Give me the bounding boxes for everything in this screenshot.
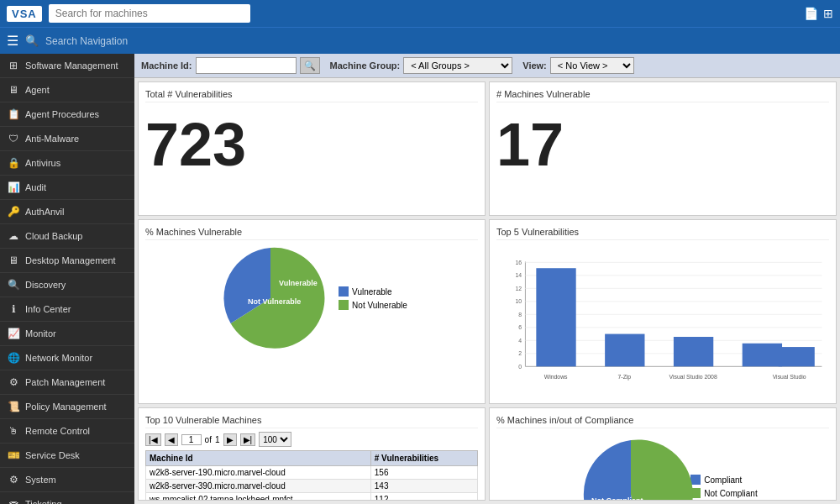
sidebar-label-5: Audit (25, 182, 46, 192)
vuln-count-cell: 112 (370, 493, 477, 501)
sidebar-item-network-monitor[interactable]: 🌐Network Monitor (0, 346, 134, 370)
sidebar-label-12: Network Monitor (25, 353, 92, 363)
machine-id-label: Machine Id: (141, 60, 192, 71)
top-bar: VSA 📄 ⊞ (0, 0, 840, 27)
sidebar-label-2: Agent Procedures (25, 109, 99, 119)
sidebar-icon-6: 🔑 (7, 205, 20, 218)
sidebar-item-service-desk[interactable]: 🎫Service Desk (0, 444, 134, 468)
page-input[interactable] (181, 434, 202, 445)
svg-text:2: 2 (518, 350, 522, 356)
compliance-pie-container: Not Compliant Compliant (568, 432, 677, 501)
total-vulns-panel: Total # Vulnerabilities 723 (138, 81, 486, 216)
top-bar-actions: 📄 ⊞ (804, 7, 833, 20)
top5-vulns-panel: Top 5 Vulnerabilities 0 2 4 6 8 (489, 219, 837, 404)
nav-bar: ☰ 🔍 (0, 27, 840, 54)
machine-id-group: Machine Id: 🔍 (141, 57, 320, 74)
legend-vulnerable-label: Vulnerable (352, 287, 391, 297)
machine-group-label: Machine Group: (330, 60, 401, 71)
sidebar-item-audit[interactable]: 📊Audit (0, 176, 134, 200)
main-layout: ⊞Software Management🖥Agent📋Agent Procedu… (0, 54, 840, 504)
sidebar-item-remote-control[interactable]: 🖱Remote Control (0, 419, 134, 444)
sidebar-item-anti-malware[interactable]: 🛡Anti-Malware (0, 127, 134, 151)
sidebar-label-11: Monitor (25, 328, 56, 339)
svg-text:0: 0 (518, 364, 522, 370)
view-select[interactable]: < No View > (550, 57, 634, 74)
sidebar-item-ticketing[interactable]: 🎟Ticketing (0, 492, 134, 504)
sidebar-item-discovery[interactable]: 🔍Discovery (0, 273, 134, 297)
file-icon[interactable]: 📄 (804, 7, 818, 20)
sidebar-label-13: Patch Management (25, 377, 105, 387)
page-of: of (205, 435, 212, 444)
machine-id-search-btn[interactable]: 🔍 (300, 57, 320, 74)
sidebar-item-desktop-management[interactable]: 🖥Desktop Management (0, 249, 134, 273)
hamburger-icon[interactable]: ☰ (7, 33, 18, 49)
grid-icon[interactable]: ⊞ (823, 7, 833, 20)
sidebar-icon-9: 🔍 (7, 278, 20, 291)
sidebar-label-10: Info Center (25, 304, 71, 314)
sidebar-item-agent-procedures[interactable]: 📋Agent Procedures (0, 102, 134, 127)
sidebar-item-monitor[interactable]: 📈Monitor (0, 322, 134, 346)
sidebar-icon-11: 📈 (7, 327, 20, 340)
sidebar-label-9: Discovery (25, 280, 66, 290)
sidebar-icon-0: ⊞ (7, 59, 20, 72)
vulnerable-pie-container: Not Vulnerable Vulnerable (216, 244, 325, 353)
machine-id-input[interactable] (196, 57, 297, 74)
table-row: w2k8-server-190.micro.marvel-cloud156 (146, 466, 478, 480)
sidebar-item-software-management[interactable]: ⊞Software Management (0, 54, 134, 78)
sidebar-item-authanvil[interactable]: 🔑AuthAnvil (0, 200, 134, 224)
sidebar-item-info-center[interactable]: ℹInfo Center (0, 297, 134, 322)
legend-not-vulnerable-box (339, 300, 349, 310)
sidebar-item-patch-management[interactable]: ⚙Patch Management (0, 370, 134, 395)
sidebar-label-8: Desktop Management (25, 255, 116, 265)
svg-text:14: 14 (515, 272, 522, 278)
top10-machines-panel: Top 10 Vulnerable Machines |◀ ◀ of 1 ▶ ▶… (138, 407, 486, 501)
pct-machines-vulnerable-panel: % Machines Vulnerable Not Vulnerable Vul… (138, 219, 486, 404)
total-vulns-title: Total # Vulnerabilities (145, 89, 478, 102)
svg-text:6: 6 (518, 324, 522, 330)
sidebar-label-4: Antivirus (25, 158, 60, 168)
sidebar-icon-15: 🖱 (7, 424, 20, 438)
machines-vulnerable-value: 17 (496, 106, 829, 175)
sidebar-item-cloud-backup[interactable]: ☁Cloud Backup (0, 224, 134, 249)
legend-vulnerable: Vulnerable (339, 286, 407, 297)
sidebar-item-antivirus[interactable]: 🔒Antivirus (0, 151, 134, 176)
top-search-input[interactable] (49, 4, 250, 23)
next-page-btn[interactable]: ▶ (223, 433, 237, 446)
sidebar-icon-2: 📋 (7, 108, 20, 121)
last-page-btn[interactable]: ▶| (240, 433, 256, 446)
svg-rect-21 (536, 268, 575, 366)
sidebar-label-14: Policy Management (25, 402, 107, 412)
vuln-count-cell: 156 (370, 466, 477, 480)
sidebar-icon-12: 🌐 (7, 351, 20, 365)
rows-per-page-select[interactable]: 100 (259, 432, 291, 447)
svg-rect-28 (779, 347, 815, 366)
svg-text:Visual Studio 2008: Visual Studio 2008 (669, 374, 717, 380)
sidebar-icon-8: 🖥 (7, 254, 20, 267)
sidebar-item-system[interactable]: ⚙System (0, 468, 134, 492)
svg-rect-23 (605, 334, 644, 367)
sidebar-icon-3: 🛡 (7, 132, 20, 145)
vulnerable-pie-legend: Vulnerable Not Vulnerable (339, 286, 407, 310)
nav-search-input[interactable] (45, 35, 146, 47)
sidebar-icon-7: ☁ (7, 229, 20, 243)
sidebar-label-16: Service Desk (25, 450, 80, 460)
first-page-btn[interactable]: |◀ (145, 433, 161, 446)
compliance-legend: Compliant Not Compliant (690, 475, 757, 498)
legend-not-compliant: Not Compliant (690, 488, 757, 498)
vuln-count-cell: 143 (370, 480, 477, 493)
col-machine-id: Machine Id (146, 451, 371, 466)
sidebar-item-policy-management[interactable]: 📜Policy Management (0, 395, 134, 419)
compliance-pie-svg: Not Compliant Compliant (568, 432, 694, 501)
sidebar-label-6: AuthAnvil (25, 207, 64, 217)
machine-group-select[interactable]: < All Groups > (403, 57, 512, 74)
prev-page-btn[interactable]: ◀ (165, 433, 178, 446)
sidebar-item-agent[interactable]: 🖥Agent (0, 78, 134, 102)
machine-id-cell: w2k8-server-390.micro.marvel-cloud (146, 480, 371, 493)
legend-compliant: Compliant (690, 475, 757, 485)
sidebar-icon-5: 📊 (7, 181, 20, 194)
machines-vulnerable-title: # Machines Vulnerable (496, 89, 829, 102)
filter-bar: Machine Id: 🔍 Machine Group: < All Group… (134, 54, 840, 78)
sidebar-icon-13: ⚙ (7, 375, 20, 389)
svg-text:8: 8 (518, 312, 522, 318)
svg-rect-27 (743, 344, 782, 367)
